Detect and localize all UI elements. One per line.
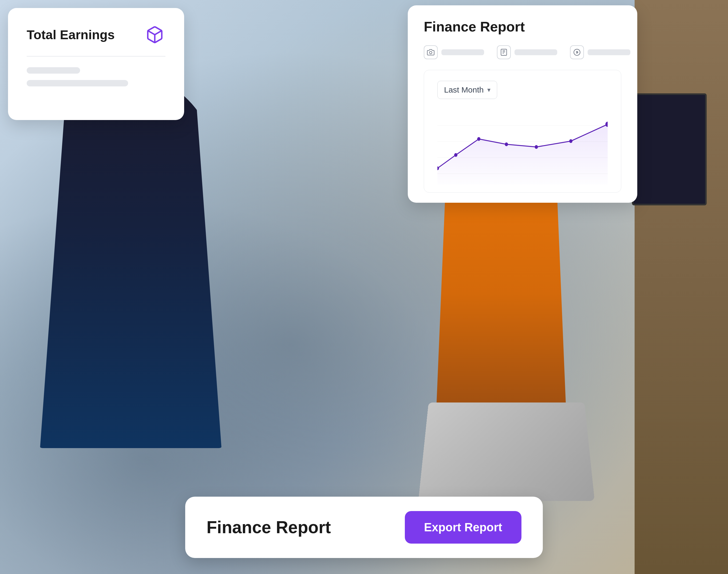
- chevron-down-icon: ▾: [487, 86, 491, 94]
- icon-skeleton-2: [514, 49, 557, 55]
- finance-report-title: Finance Report: [424, 19, 621, 35]
- svg-point-14: [477, 137, 481, 141]
- svg-point-17: [569, 139, 572, 143]
- svg-point-1: [429, 51, 432, 54]
- icon-group-receipt: [497, 45, 557, 59]
- total-earnings-card: Total Earnings: [8, 8, 184, 120]
- svg-rect-2: [501, 49, 507, 55]
- receipt-icon: [497, 45, 511, 59]
- svg-point-13: [454, 153, 457, 157]
- tv-screen: [632, 93, 707, 205]
- bottom-bar-title: Finance Report: [206, 518, 331, 537]
- icon-row: [424, 45, 621, 59]
- filter-label: Last Month: [444, 85, 484, 94]
- camera-icon: [424, 45, 438, 59]
- export-report-button[interactable]: Export Report: [405, 511, 522, 544]
- divider: [27, 56, 165, 56]
- chart-area: Last Month ▾: [424, 70, 621, 193]
- svg-point-16: [535, 145, 538, 149]
- card-header: Total Earnings: [27, 24, 165, 45]
- filter-dropdown[interactable]: Last Month ▾: [437, 81, 497, 99]
- cube-icon: [144, 24, 165, 45]
- finance-chart: [437, 110, 608, 184]
- icon-skeleton-3: [588, 49, 630, 55]
- person-suit: [40, 75, 222, 448]
- total-earnings-title: Total Earnings: [27, 28, 115, 42]
- skeleton-bar-long: [27, 80, 128, 86]
- finance-report-card: Finance Report: [408, 5, 637, 203]
- icon-group-camera: [424, 45, 484, 59]
- bottom-bar-card: Finance Report Export Report: [185, 497, 543, 558]
- skeleton-bar-short: [27, 67, 80, 74]
- icon-group-dollar: [570, 45, 630, 59]
- svg-point-15: [505, 142, 508, 146]
- stone-wall: [635, 0, 728, 574]
- icon-skeleton-1: [442, 49, 484, 55]
- laptop: [418, 403, 595, 501]
- dollar-icon: [570, 45, 584, 59]
